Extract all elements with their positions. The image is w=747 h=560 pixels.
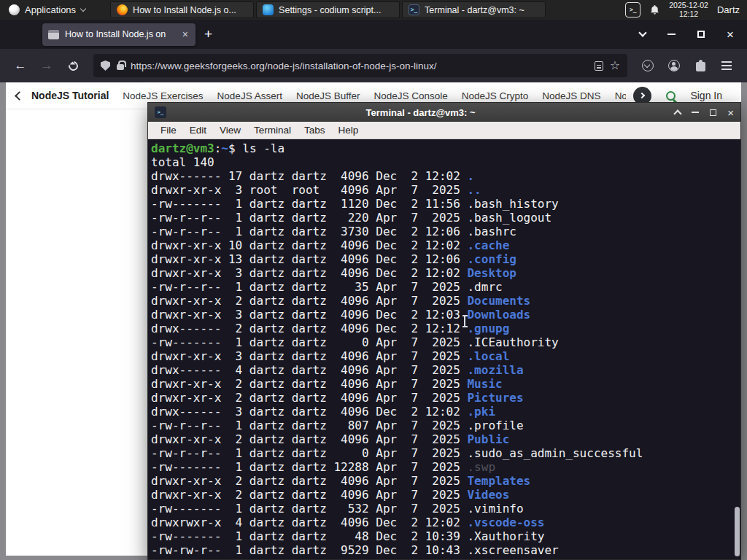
url-bar[interactable]: https://www.geeksforgeeks.org/node-js/in… (93, 54, 627, 77)
terminal-listing-line: drwx------ 2 dartz dartz 4096 Dec 2 12:1… (151, 322, 740, 335)
terminal-listing-line: drwx------ 17 dartz dartz 4096 Dec 2 12:… (151, 169, 740, 183)
listing-meta: drwx------ 17 dartz dartz 4096 Dec 2 12:… (151, 169, 467, 183)
listing-meta: drwxr-xr-x 2 dartz dartz 4096 Apr 7 2025 (151, 474, 467, 488)
taskbar-item[interactable]: Settings - codium script... (256, 1, 400, 18)
window-maximize-button[interactable] (697, 31, 705, 38)
site-nav-link[interactable]: Node (615, 90, 627, 101)
terminal-listing-line: drwxr-xr-x 2 dartz dartz 4096 Apr 7 2025… (151, 294, 740, 308)
listing-name: .vscode-oss (467, 516, 544, 529)
chevron-left-icon[interactable] (15, 91, 24, 101)
window-close-button[interactable]: × (727, 28, 734, 41)
listing-meta: -rw-r--r-- 1 dartz dartz 3730 Dec 2 12:0… (151, 225, 467, 238)
listing-name: . (467, 169, 474, 183)
list-all-tabs-icon[interactable] (638, 28, 646, 36)
terminal-menu-tabs[interactable]: Tabs (298, 125, 332, 136)
listing-name: .bash_history (467, 197, 558, 211)
listing-name: Templates (467, 474, 530, 488)
site-nav-link[interactable]: NodeJS Tutorial (31, 90, 109, 101)
lock-icon[interactable] (117, 64, 124, 70)
site-nav-links: NodeJS TutorialNodeJS ExercisesNodeJS As… (31, 90, 626, 101)
listing-meta: drwxr-xr-x 2 dartz dartz 4096 Apr 7 2025 (151, 391, 467, 405)
listing-name: .viminfo (467, 502, 523, 516)
browser-tab-active[interactable]: How to Install Node.js on × (42, 23, 196, 46)
site-nav-link[interactable]: NodeJS Buffer (296, 90, 360, 101)
listing-name: .pki (467, 405, 495, 419)
account-button[interactable] (662, 55, 686, 77)
site-nav-link[interactable]: NodeJS Assert (217, 90, 282, 101)
reader-mode-icon[interactable] (595, 61, 603, 71)
prompt-path: ~ (221, 141, 228, 155)
terminal-indicator-icon[interactable]: >_ (625, 2, 640, 18)
listing-meta: drwxr-xr-x 10 dartz dartz 4096 Dec 2 12:… (151, 238, 467, 252)
listing-name: .ICEauthority (467, 335, 558, 349)
site-nav-link[interactable]: NodeJS Console (374, 90, 447, 101)
terminal-listing-line: drwxr-xr-x 3 root root 4096 Apr 7 2025 .… (151, 183, 740, 197)
notification-bell-icon[interactable] (649, 4, 660, 15)
terminal-titlebar[interactable]: >_ Terminal - dartz@vm3: ~ × (148, 103, 740, 122)
back-button[interactable]: ← (9, 55, 32, 77)
terminal-app-icon: >_ (155, 106, 166, 118)
site-nav-link[interactable]: NodeJS DNS (542, 90, 600, 101)
listing-meta: -rw-r--r-- 1 dartz dartz 807 Apr 7 2025 (151, 419, 467, 432)
listing-name: .bashrc (467, 225, 516, 238)
site-nav-link[interactable]: NodeJS Exercises (123, 90, 203, 101)
terminal-menu-edit[interactable]: Edit (183, 125, 213, 136)
scrollbar-thumb[interactable] (735, 507, 740, 556)
top-panel: Applications How to Install Node.js o...… (0, 0, 747, 20)
tab-close-icon[interactable]: × (181, 28, 190, 40)
taskbar-item[interactable]: How to Install Node.js o... (110, 1, 254, 18)
terminal-listing-line: drwxr-xr-x 2 dartz dartz 4096 Apr 7 2025… (151, 391, 740, 405)
menu-button[interactable] (715, 55, 738, 77)
listing-name: .swp (467, 460, 495, 474)
terminal-listing-line: -rw------- 1 dartz dartz 0 Apr 7 2025 .I… (151, 335, 740, 349)
terminal-minimize-button[interactable] (692, 112, 699, 113)
chevron-right-icon (639, 93, 645, 98)
terminal-listing-line: -rw-r--r-- 1 dartz dartz 3730 Dec 2 12:0… (151, 225, 740, 238)
window-minimize-button[interactable] (667, 34, 676, 35)
terminal-close-button[interactable]: × (727, 107, 734, 118)
taskbar-item[interactable]: >_Terminal - dartz@vm3: ~ (402, 1, 546, 18)
terminal-maximize-button[interactable] (710, 109, 716, 116)
terminal-listing-line: -rw-r--r-- 1 dartz dartz 0 Apr 7 2025 .s… (151, 446, 740, 460)
listing-name: .profile (467, 419, 523, 432)
reload-icon (66, 59, 80, 72)
terminal-listing-line: drwxr-xr-x 13 dartz dartz 4096 Dec 2 12:… (151, 252, 740, 266)
terminal-listing-line: -rw------- 1 dartz dartz 48 Dec 2 10:39 … (151, 529, 740, 543)
terminal-menu-help[interactable]: Help (332, 125, 365, 136)
tab-favicon (48, 30, 59, 39)
session-user-label[interactable]: Dartz (717, 4, 741, 15)
terminal-listing-line: drwx------ 3 dartz dartz 4096 Dec 2 12:0… (151, 405, 740, 419)
clock-time: 12:12 (669, 10, 708, 19)
listing-name: Pictures (467, 391, 523, 405)
site-nav-link[interactable]: NodeJS Crypto (462, 90, 529, 101)
search-icon[interactable] (666, 91, 676, 101)
terminal-listing-line: drwxr-xr-x 3 dartz dartz 4096 Dec 2 12:0… (151, 266, 740, 280)
listing-name: Downloads (467, 308, 530, 322)
terminal-viewport[interactable]: dartz@vm3:~$ ls -latotal 140drwx------ 1… (148, 139, 740, 559)
tab-title: How to Install Node.js on (65, 29, 175, 39)
listing-name: .gnupg (467, 322, 509, 335)
clock[interactable]: 2025-12-02 12:12 (669, 1, 708, 18)
pocket-button[interactable] (636, 55, 659, 77)
bookmark-star-icon[interactable]: ☆ (610, 60, 620, 71)
listing-meta: drwxr-xr-x 2 dartz dartz 4096 Apr 7 2025 (151, 488, 467, 502)
reload-button[interactable] (61, 55, 85, 77)
tracking-shield-icon[interactable] (101, 61, 110, 71)
new-tab-button[interactable]: + (204, 26, 212, 42)
url-text[interactable]: https://www.geeksforgeeks.org/node-js/in… (131, 61, 588, 71)
applications-menu[interactable]: Applications (0, 0, 94, 20)
forward-button[interactable]: → (35, 55, 58, 77)
sign-in-button[interactable]: Sign In (690, 90, 722, 101)
terminal-menu-terminal[interactable]: Terminal (247, 125, 298, 136)
listing-meta: drwxr-xr-x 3 dartz dartz 4096 Apr 7 2025 (151, 349, 467, 363)
terminal-shade-button[interactable] (674, 109, 682, 117)
terminal-menu-file[interactable]: File (154, 125, 183, 136)
terminal-scrollbar[interactable] (733, 139, 740, 559)
applications-label: Applications (25, 4, 76, 15)
listing-name: .sudo_as_admin_successful (467, 446, 643, 460)
listing-name: .local (467, 349, 509, 363)
terminal-menu-view[interactable]: View (213, 125, 247, 136)
terminal-listing-line: drwxr-xr-x 3 dartz dartz 4096 Apr 7 2025… (151, 349, 740, 363)
listing-name: .mozilla (467, 363, 523, 377)
extensions-button[interactable] (689, 55, 712, 77)
